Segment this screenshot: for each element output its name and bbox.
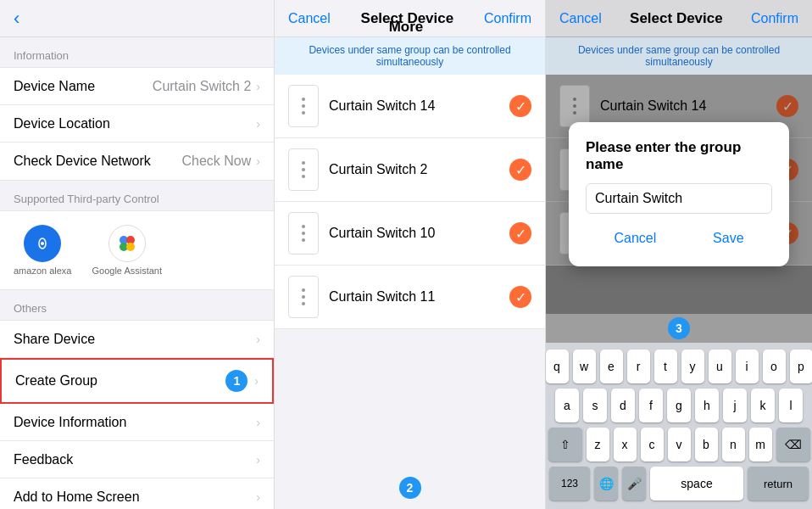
key-w[interactable]: w	[573, 350, 596, 383]
device-icon	[288, 85, 319, 127]
list-item[interactable]: Curtain Switch 2 ✓	[275, 138, 545, 202]
create-group-label: Create Group	[15, 373, 219, 389]
alexa-item[interactable]: amazon alexa	[14, 225, 72, 276]
globe-key[interactable]: 🌐	[594, 467, 618, 501]
device-list-2: Curtain Switch 14 ✓ Curtain Switch 2 ✓ C…	[546, 75, 812, 314]
shift-key[interactable]: ⇧	[548, 428, 582, 461]
confirm-button-2[interactable]: Confirm	[751, 11, 798, 26]
svg-point-2	[41, 242, 44, 245]
key-u[interactable]: u	[709, 350, 731, 383]
cancel-button-1[interactable]: Cancel	[288, 11, 331, 26]
keyboard: q w e r t y u i o p a s d f g h j k l ⇧ …	[546, 343, 812, 509]
device-name-cell: Curtain Switch 14	[329, 98, 509, 114]
dialog-save-button[interactable]: Save	[696, 227, 760, 249]
check-icon: ✓	[509, 222, 531, 244]
key-s[interactable]: s	[583, 389, 607, 422]
google-assistant-item[interactable]: Google Assistant	[92, 225, 163, 276]
google-assistant-label: Google Assistant	[92, 266, 163, 276]
device-location-row[interactable]: Device Location ›	[0, 105, 274, 143]
dialog-cancel-button[interactable]: Cancel	[597, 227, 673, 249]
key-c[interactable]: c	[641, 428, 664, 461]
key-r[interactable]: r	[627, 350, 650, 383]
key-l[interactable]: l	[779, 389, 803, 422]
key-h[interactable]: h	[695, 389, 719, 422]
device-information-label: Device Information	[14, 415, 256, 430]
dialog-buttons: Cancel Save	[586, 227, 772, 249]
key-n[interactable]: n	[722, 428, 745, 461]
device-name-label: Device Name	[14, 79, 153, 94]
device-name-row[interactable]: Device Name Curtain Switch 2 ›	[0, 68, 274, 105]
key-z[interactable]: z	[587, 428, 609, 461]
key-o[interactable]: o	[763, 350, 786, 383]
device-name-value: Curtain Switch 2	[153, 79, 252, 94]
return-key[interactable]: return	[748, 467, 809, 501]
check-icon: ✓	[509, 159, 531, 181]
backspace-key[interactable]: ⌫	[776, 428, 810, 461]
list-item[interactable]: Curtain Switch 10 ✓	[275, 202, 545, 266]
info-banner-2: Devices under same group can be controll…	[546, 37, 812, 75]
space-key[interactable]: space	[650, 467, 743, 501]
select-device-title-2: Select Device	[630, 10, 723, 27]
info-section-header: Information	[0, 37, 274, 67]
chevron-icon: ›	[256, 416, 260, 429]
chevron-icon: ›	[256, 490, 260, 504]
cancel-button-2[interactable]: Cancel	[559, 11, 602, 26]
key-k[interactable]: k	[751, 389, 775, 422]
feedback-row[interactable]: Feedback ›	[0, 441, 274, 478]
add-home-row[interactable]: Add to Home Screen ›	[0, 478, 274, 509]
third-party-header: Supported Third-party Control	[0, 181, 274, 210]
settings-nav: ‹ More	[0, 0, 274, 37]
select-device-panel: Cancel Select Device Confirm Devices und…	[274, 0, 545, 509]
key-j[interactable]: j	[723, 389, 747, 422]
key-t[interactable]: t	[654, 350, 677, 383]
group-name-dialog: Please enter the group name Cancel Save	[569, 122, 789, 266]
device-name-cell: Curtain Switch 11	[329, 289, 509, 305]
check-icon: ✓	[509, 286, 531, 308]
share-device-row[interactable]: Share Device ›	[0, 321, 274, 358]
confirm-button-1[interactable]: Confirm	[484, 11, 531, 26]
check-network-row[interactable]: Check Device Network Check Now ›	[0, 143, 274, 180]
key-b[interactable]: b	[695, 428, 718, 461]
step-badge-2: 2	[399, 477, 421, 499]
key-a[interactable]: a	[555, 389, 579, 422]
device-information-row[interactable]: Device Information ›	[0, 404, 274, 441]
key-g[interactable]: g	[667, 389, 691, 422]
back-button[interactable]: ‹	[14, 8, 19, 30]
alexa-label: amazon alexa	[14, 266, 72, 276]
select-nav-2: Cancel Select Device Confirm	[546, 0, 812, 37]
device-location-label: Device Location	[14, 116, 256, 131]
device-list-1: Curtain Switch 14 ✓ Curtain Switch 2 ✓ C…	[275, 75, 545, 467]
dialog-title: Please enter the group name	[586, 139, 772, 173]
list-item[interactable]: Curtain Switch 14 ✓	[275, 75, 545, 138]
device-icon	[288, 212, 319, 255]
alexa-icon	[24, 225, 61, 262]
create-group-row[interactable]: Create Group 1 ›	[0, 358, 274, 404]
key-p[interactable]: p	[790, 350, 813, 383]
key-x[interactable]: x	[614, 428, 637, 461]
others-group: Share Device › Create Group 1 › Device I…	[0, 320, 274, 509]
dialog-overlay: Please enter the group name Cancel Save	[546, 75, 812, 314]
select-device-dialog-panel: Cancel Select Device Confirm Devices und…	[545, 0, 812, 509]
step-badge-1: 1	[225, 370, 247, 392]
chevron-icon: ›	[256, 117, 260, 131]
key-q[interactable]: q	[546, 350, 569, 383]
key-e[interactable]: e	[600, 350, 623, 383]
info-banner-1: Devices under same group can be controll…	[275, 37, 545, 75]
device-icon	[288, 276, 319, 318]
key-m[interactable]: m	[749, 428, 772, 461]
chevron-icon: ›	[256, 80, 260, 93]
google-assistant-icon	[108, 225, 146, 262]
key-i[interactable]: i	[736, 350, 759, 383]
check-network-label: Check Device Network	[14, 154, 182, 169]
check-icon: ✓	[509, 95, 531, 117]
group-name-input[interactable]	[586, 183, 772, 214]
list-item[interactable]: Curtain Switch 11 ✓	[275, 266, 545, 329]
mic-key[interactable]: 🎤	[622, 467, 646, 501]
numbers-key[interactable]: 123	[549, 467, 590, 501]
check-network-value: Check Now	[182, 154, 252, 169]
share-device-label: Share Device	[14, 332, 256, 347]
key-v[interactable]: v	[668, 428, 691, 461]
key-f[interactable]: f	[639, 389, 663, 422]
key-d[interactable]: d	[611, 389, 635, 422]
key-y[interactable]: y	[681, 350, 704, 383]
